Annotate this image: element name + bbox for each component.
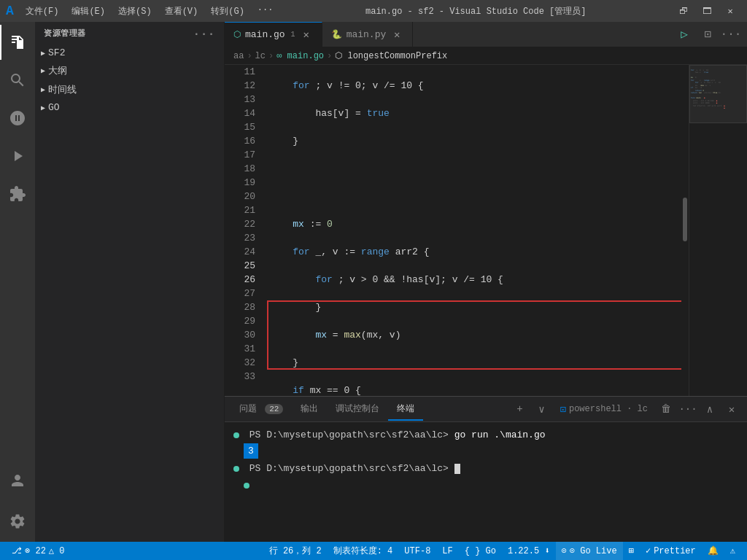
breadcrumb-separator: › [327,51,332,61]
activity-git[interactable] [0,101,35,136]
tab-label: 调试控制台 [336,404,379,414]
menu-goto[interactable]: 转到(G) [205,2,250,20]
tab-close-button[interactable]: ✕ [300,28,313,42]
line-ending-label: LF [442,546,452,556]
tab-label: 问题 [239,404,257,414]
sidebar-item-timeline[interactable]: ▶ 时间线 [35,80,224,99]
breadcrumb-separator: › [268,51,274,61]
activity-explorer[interactable] [0,25,35,60]
tab-main-go[interactable]: ⬡ main.go 1 ✕ [225,22,322,47]
menu-file[interactable]: 文件(F) [20,2,65,20]
code-line-21: } [267,356,681,370]
status-bar: ⎇ ⊗ 22 △ 0 行 26，列 2 制表符长度: 4 UTF-8 LF { … [0,542,747,560]
terminal-more-button[interactable]: ··· [678,400,697,419]
status-tab-size[interactable]: 制表符长度: 4 [328,542,399,560]
status-prettier[interactable]: ✓ Prettier [640,542,702,560]
scrollbar-thumb[interactable] [683,198,687,241]
terminal-line-1: PS D:\mysetup\gopath\src\sf2\aa\lc> go r… [233,428,738,442]
activity-bar [0,22,35,542]
app-logo: A [6,4,14,18]
status-language[interactable]: { } Go [459,542,502,560]
terminal-content[interactable]: PS D:\mysetup\gopath\src\sf2\aa\lc> go r… [225,422,747,542]
git-branch-icon: ⎇ [12,545,22,556]
vertical-scrollbar[interactable] [681,65,689,396]
sidebar-item-go[interactable]: ▶ GO [35,99,224,116]
breadcrumb-item[interactable]: aa [233,51,244,61]
tab-problems[interactable]: 问题 22 [231,398,292,421]
activity-account[interactable] [0,463,35,498]
go-file-icon: ⬡ [233,29,241,40]
notification-icon: ⚠ [730,545,735,556]
chevron-right-icon: ▶ [41,104,45,112]
status-extensions[interactable]: ⊞ [623,542,640,560]
tab-close-button[interactable]: ✕ [390,28,403,41]
panel-maximize-button[interactable]: ∧ [700,400,719,419]
activity-search[interactable] [0,63,35,98]
code-line-13: } [267,134,681,148]
terminal-name-label: powershell · lc [569,404,648,414]
status-git[interactable]: ⎇ ⊗ 22 △ 0 [6,542,70,560]
code-line-12: has[v] = true [267,106,681,120]
status-go-version[interactable]: 1.22.5 ⬇ [502,542,556,560]
status-encoding[interactable]: UTF-8 [398,542,436,560]
main-layout: 资源管理器 ··· ▶ SF2 ▶ 大纲 ▶ 时间线 ▶ GO ⬡ main.g… [0,22,747,542]
activity-settings[interactable] [0,504,35,539]
tab-main-py[interactable]: 🐍 main.py ✕ [322,22,414,47]
code-line-14 [267,162,681,176]
status-line-ending[interactable]: LF [436,542,458,560]
terminal-kill-button[interactable]: 🗑 [657,400,676,419]
sidebar-item-outline[interactable]: ▶ 大纲 [35,61,224,80]
terminal-split-button[interactable]: ∨ [533,400,551,419]
code-content[interactable]: for ; v != 0; v /= 10 { has[v] = true } … [261,65,681,396]
sidebar-more-button[interactable]: ··· [193,28,215,41]
code-line-16: mx := 0 [267,217,681,231]
menu-more[interactable]: ··· [252,2,279,20]
tab-output[interactable]: 输出 [292,398,327,421]
code-line-17: for _, v := range arr2 { [267,245,681,259]
code-line-15 [267,190,681,203]
status-notifications[interactable]: ⚠ [724,542,741,560]
menu-bar: 文件(F) 编辑(E) 选择(S) 查看(V) 转到(G) ··· [20,2,279,20]
sidebar-item-label: GO [48,102,60,113]
maximize-button[interactable]: 🗖 [696,0,718,22]
terminal-actions: + ∨ ⊡ powershell · lc 🗑 ··· ∧ ✕ [511,400,741,419]
tab-label: 输出 [301,404,318,414]
new-terminal-button[interactable]: + [511,400,530,419]
go-live-icon: ⊙ [562,545,567,556]
language-label: { } Go [465,546,496,556]
terminal-prompt: PS D:\mysetup\gopath\src\sf2\aa\lc> [249,463,454,474]
tab-actions: ▷ ⊡ ··· [668,24,747,44]
menu-edit[interactable]: 编辑(E) [66,2,111,20]
menu-view[interactable]: 查看(V) [159,2,204,20]
sidebar-item-sf2[interactable]: ▶ SF2 [35,44,224,61]
terminal-name: ⊡ powershell · lc [554,403,654,416]
status-feedback[interactable]: 🔔 [702,542,724,560]
status-position[interactable]: 行 26，列 2 [263,542,328,560]
breadcrumb: aa › lc › ∞ main.go › ⬡ longestCommonPre… [225,47,747,65]
minimize-button[interactable]: 🗗 [673,0,694,22]
more-actions-button[interactable]: ··· [721,24,741,44]
breadcrumb-item[interactable]: lc [255,51,266,61]
problems-badge: 22 [265,404,283,414]
tab-debug-console[interactable]: 调试控制台 [327,398,388,421]
breadcrumb-item[interactable]: ∞ main.go [276,51,324,61]
python-file-icon: 🐍 [331,29,342,40]
tab-bar: ⬡ main.go 1 ✕ 🐍 main.py ✕ ▷ ⊡ ··· [225,22,747,47]
run-button[interactable]: ▷ [674,24,694,44]
sidebar-item-label: SF2 [48,47,65,58]
terminal-tab-bar: 问题 22 输出 调试控制台 终端 + ∨ [225,397,747,422]
prettier-icon: ✓ [646,545,651,556]
activity-run[interactable] [0,139,35,174]
split-editor-button[interactable]: ⊡ [697,24,718,44]
close-button[interactable]: ✕ [719,0,741,22]
terminal-line-2: 3 [233,442,738,459]
activity-extensions[interactable] [0,176,35,211]
status-go-live[interactable]: ⊙ ⊙ Go Live [556,542,623,560]
tab-terminal[interactable]: 终端 [388,398,423,421]
code-line-18: for ; v > 0 && !has[v]; v /= 10 { [267,273,681,287]
menu-select[interactable]: 选择(S) [112,2,158,20]
code-editor: 11 12 13 14 15 16 17 18 19 20 21 22 23 2… [225,65,747,396]
terminal-output-value: 3 [244,443,258,459]
breadcrumb-item[interactable]: ⬡ longestCommonPrefix [335,50,447,61]
panel-close-button[interactable]: ✕ [722,400,741,419]
